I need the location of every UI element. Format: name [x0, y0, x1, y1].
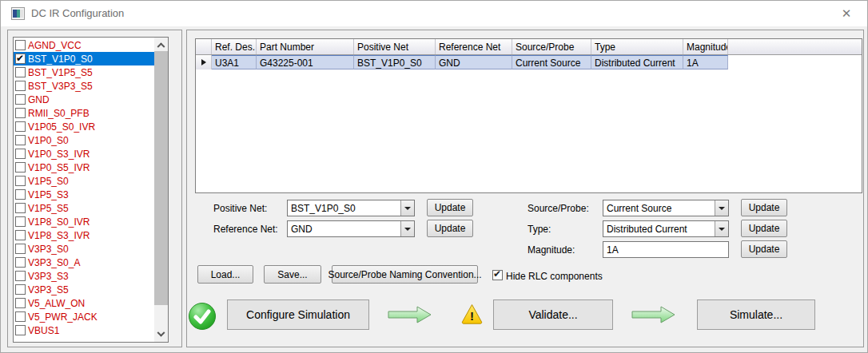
grid-column-header[interactable]: Part Number [257, 39, 354, 54]
close-icon[interactable]: ✕ [838, 6, 854, 22]
reference-net-value: GND [288, 221, 400, 236]
net-checkbox[interactable] [15, 121, 26, 132]
net-list-item[interactable]: V3P3_S0 [14, 242, 154, 256]
simulate-button[interactable]: Simulate... [697, 299, 815, 330]
net-list-item[interactable]: V5_PWR_JACK [14, 310, 154, 323]
grid-column-header[interactable]: Source/Probe [512, 39, 591, 54]
net-label: BST_V3P3_S5 [28, 81, 93, 92]
scroll-down-icon[interactable] [154, 328, 168, 342]
net-list-item[interactable]: V3P3_S3 [14, 269, 154, 283]
grid-cell[interactable]: Current Source [512, 55, 591, 69]
positive-net-update-button[interactable]: Update [427, 199, 473, 216]
net-checkbox[interactable] [15, 189, 26, 200]
net-list-item[interactable]: V1P0_S3_IVR [14, 147, 154, 161]
net-checkbox[interactable] [15, 325, 26, 335]
scrollbar-thumb[interactable] [154, 51, 168, 305]
configure-simulation-button[interactable]: Configure Simulation [227, 299, 369, 330]
net-checkbox[interactable] [15, 311, 26, 322]
net-checkbox[interactable] [15, 67, 26, 77]
net-list-item[interactable]: BST_V1P0_S0 [14, 52, 154, 65]
net-list-item[interactable]: V3P3_S5 [14, 283, 154, 296]
app-window-icon [11, 7, 25, 20]
row-selector-icon[interactable] [196, 55, 212, 69]
grid-column-header[interactable]: Ref. Des. [212, 39, 257, 54]
net-checkbox[interactable] [15, 81, 26, 91]
grid-cell[interactable]: BST_V1P0_S0 [354, 55, 436, 69]
reference-net-update-button[interactable]: Update [427, 220, 473, 237]
grid-column-header[interactable]: Type [591, 39, 683, 54]
chevron-down-icon[interactable] [715, 221, 728, 236]
net-checkbox[interactable] [15, 244, 26, 254]
net-list-item[interactable]: BST_V3P3_S5 [14, 79, 154, 93]
grid-corner-cell [196, 39, 212, 54]
net-checkbox[interactable] [15, 257, 26, 268]
grid-cell[interactable]: Distributed Current [591, 55, 683, 69]
grid-column-header[interactable]: Reference Net [436, 39, 512, 54]
net-list-item[interactable]: V5_ALW_ON [14, 296, 154, 310]
magnitude-input[interactable] [603, 241, 729, 258]
net-list-item[interactable]: V1P5_S5 [14, 201, 154, 215]
net-checkbox[interactable] [15, 203, 26, 213]
source-probe-combo[interactable]: Current Source [603, 200, 729, 216]
net-checkbox[interactable] [15, 135, 26, 145]
chevron-down-icon[interactable] [715, 200, 728, 216]
net-checkbox[interactable] [15, 54, 26, 64]
net-list-item[interactable]: V1P0_S0 [14, 133, 154, 147]
magnitude-update-button[interactable]: Update [741, 240, 787, 258]
net-checkbox[interactable] [15, 298, 26, 308]
scroll-up-icon[interactable] [154, 38, 168, 51]
net-checkbox[interactable] [15, 162, 26, 173]
net-list-item[interactable]: V1P5_S3 [14, 188, 154, 201]
net-list-item[interactable]: V1P05_S0_IVR [14, 120, 154, 133]
source-probe-update-button[interactable]: Update [741, 199, 787, 216]
net-label: RMII_S0_PFB [28, 108, 90, 119]
net-checkbox[interactable] [15, 176, 26, 186]
net-list-item[interactable]: RMII_S0_PFB [14, 106, 154, 120]
net-list-item[interactable]: GND [14, 93, 154, 106]
net-list-scrollbar[interactable] [154, 38, 168, 342]
load-button[interactable]: Load... [197, 265, 253, 284]
net-checkbox[interactable] [15, 271, 26, 281]
chevron-down-icon[interactable] [400, 200, 414, 216]
grid-cell[interactable]: GND [436, 55, 512, 69]
grid-column-header[interactable]: Positive Net [354, 39, 436, 54]
grid-cell[interactable]: U3A1 [212, 55, 257, 69]
validate-button[interactable]: Validate... [493, 299, 613, 330]
net-checkbox[interactable] [15, 216, 26, 227]
naming-convention-button[interactable]: Source/Probe Naming Convention... [332, 265, 478, 284]
net-checkbox[interactable] [15, 230, 26, 240]
source-probe-label: Source/Probe: [528, 203, 589, 214]
net-list-item[interactable]: V3P3_S0_A [14, 256, 154, 269]
net-checkbox[interactable] [15, 149, 26, 159]
net-label: AGND_VCC [28, 40, 82, 51]
reference-net-combo[interactable]: GND [287, 220, 415, 237]
net-list-item[interactable]: V1P8_S3_IVR [14, 228, 154, 242]
hide-rlc-checkbox[interactable] [492, 270, 503, 280]
save-button[interactable]: Save... [264, 265, 321, 284]
net-label: V5_ALW_ON [28, 298, 85, 309]
net-checkbox[interactable] [15, 94, 26, 105]
net-checkbox[interactable] [15, 108, 26, 118]
type-update-button[interactable]: Update [741, 220, 787, 237]
grid-column-header[interactable]: Magnitude [683, 39, 728, 54]
chevron-down-icon[interactable] [400, 221, 414, 236]
net-list-item[interactable]: V1P5_S0 [14, 174, 154, 188]
type-combo[interactable]: Distributed Current [603, 220, 729, 237]
net-list-item[interactable]: AGND_VCC [14, 38, 154, 52]
net-label: V1P0_S0 [28, 135, 69, 146]
net-label: V1P0_S5_IVR [28, 162, 90, 173]
net-label: V1P0_S3_IVR [28, 149, 90, 160]
net-list-item[interactable]: V1P0_S5_IVR [14, 161, 154, 174]
reference-net-label: Reference Net: [213, 224, 278, 235]
net-list-item[interactable]: V1P8_S0_IVR [14, 215, 154, 228]
grid-cell[interactable]: 1A [683, 55, 728, 69]
net-list: AGND_VCCBST_V1P0_S0BST_V1P5_S5BST_V3P3_S… [14, 38, 154, 337]
grid-cell[interactable]: G43225-001 [257, 55, 354, 69]
net-checkbox[interactable] [15, 284, 26, 295]
dialog-content: AGND_VCCBST_V1P0_S0BST_V1P5_S5BST_V3P3_S… [1, 26, 867, 352]
net-list-item[interactable]: VBUS1 [14, 323, 154, 337]
grid-row[interactable]: U3A1G43225-001BST_V1P0_S0GNDCurrent Sour… [196, 55, 862, 69]
positive-net-combo[interactable]: BST_V1P0_S0 [287, 200, 415, 216]
net-checkbox[interactable] [15, 40, 26, 50]
net-list-item[interactable]: BST_V1P5_S5 [14, 65, 154, 79]
